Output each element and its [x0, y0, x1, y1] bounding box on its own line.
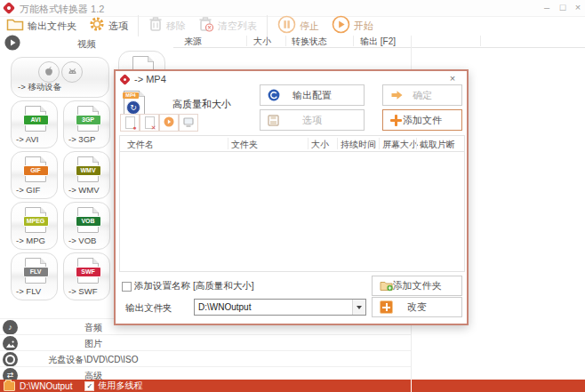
maximize-button[interactable]: □ [557, 2, 569, 13]
column-divider [337, 138, 338, 149]
start-label: 开始 [354, 20, 373, 33]
sidebar-item-label: -> MPG [16, 236, 45, 245]
window-title: 万能格式转换器 1.2 [20, 3, 104, 16]
add-name-label: 添加设置名称 [高质量和大小] [134, 280, 254, 292]
app-icon [3, 2, 15, 14]
clear-list-button[interactable]: 清空列表 [192, 16, 263, 36]
sidebar-item-label: -> WMV [68, 185, 100, 195]
output-folder-label-dialog: 输出文件夹 [125, 302, 172, 315]
col-screen-size[interactable]: 屏幕大小 [382, 139, 418, 151]
folder-plus-icon [380, 280, 394, 292]
screen-mini-button[interactable] [179, 114, 198, 132]
preset-name: 高质量和大小 [153, 98, 251, 111]
col-filename[interactable]: 文件名 [127, 139, 154, 151]
dialog-title: -> MP4 [134, 74, 166, 84]
dialog-close-icon[interactable]: × [446, 72, 459, 84]
doc-remove-icon: ● [125, 116, 135, 129]
remove-label: 移除 [166, 20, 186, 33]
plus-icon [390, 115, 402, 126]
sidebar-item-mobile-devices[interactable]: -> 移动设备 [11, 57, 109, 98]
sidebar-item-label: -> GIF [16, 185, 40, 195]
column-header-size[interactable]: 大小 [253, 36, 271, 48]
sidebar-item-gif[interactable]: GIF -> GIF [11, 151, 58, 199]
sidebar-section-disc[interactable]: 光盘设备\DVD\CD\ISO [0, 350, 411, 367]
output-folder-label: 输出文件夹 [28, 20, 76, 33]
col-duration[interactable]: 持续时间 [341, 139, 376, 151]
format-badge: VOB [76, 216, 101, 227]
output-config-button[interactable]: 输出配置 [260, 84, 365, 106]
chevron-down-icon[interactable] [352, 300, 365, 315]
col-clip[interactable]: 截取片断 [420, 139, 455, 151]
remove-file-mini-button[interactable]: ● [120, 114, 140, 132]
dialog-table-header: 文件名 文件夹 大小 持续时间 屏幕大小 截取片断 [120, 136, 464, 152]
output-folder-value: D:\WNOutput [195, 302, 352, 312]
column-divider [285, 36, 286, 46]
sidebar-section-pictures[interactable]: 图片 [0, 334, 411, 351]
mp4-settings-dialog: -> MP4 × MP4 ↻ 高质量和大小 输出配置 确定 ● ✕ 选项 添 [114, 69, 469, 325]
sidebar-item-avi[interactable]: AVI -> AVI [11, 100, 58, 148]
trash-icon [148, 16, 163, 36]
sidebar-item-mpg[interactable]: MPEG -> MPG [11, 202, 58, 250]
folder-icon [6, 17, 24, 35]
close-button[interactable]: × [572, 2, 584, 13]
sidebar-item-label: -> 移动设备 [18, 82, 61, 93]
col-folder[interactable]: 文件夹 [231, 139, 258, 151]
column-divider [416, 138, 417, 149]
convert-globe-icon: ↻ [126, 100, 140, 115]
section-label: 图片 [0, 338, 187, 350]
sidebar-item-flv[interactable]: FLV -> FLV [11, 252, 58, 300]
pause-icon [277, 15, 296, 37]
options-button-dialog[interactable]: 选项 [260, 109, 365, 131]
output-folder-select[interactable]: D:\WNOutput [194, 299, 366, 316]
file-icon: MPEG [25, 207, 46, 233]
column-header-output[interactable]: 输出 [F2] [360, 36, 396, 48]
config-icon [268, 89, 280, 101]
file-icon: GIF [25, 156, 46, 182]
trash-clear-icon [198, 16, 214, 36]
file-icon: FLV [25, 258, 46, 284]
sidebar-section-advanced[interactable]: ⇄ 高级 [0, 366, 411, 380]
dialog-app-icon [119, 74, 131, 85]
save-icon [268, 115, 279, 126]
options-label: 选项 [108, 20, 128, 33]
output-folder-button[interactable]: 输出文件夹 [0, 16, 83, 36]
format-badge: AVI [23, 115, 49, 125]
format-badge: MP4 [123, 92, 139, 99]
file-list-header: 来源 大小 转换状态 输出 [F2] [173, 36, 585, 48]
column-divider [228, 138, 228, 149]
minimize-button[interactable]: – [541, 2, 553, 13]
sidebar-item-3gp[interactable]: 3GP -> 3GP [63, 100, 110, 148]
video-section-label[interactable]: 视频 [0, 38, 173, 51]
sidebar-item-wmv[interactable]: WMV -> WMV [63, 151, 110, 199]
add-folder-button[interactable]: 添加文件夹 [372, 276, 462, 296]
options-button[interactable]: 选项 [83, 16, 134, 36]
preview-mini-button[interactable] [159, 114, 179, 132]
sidebar-item-label: -> SWF [68, 286, 97, 296]
multithread-label: 使用多线程 [98, 380, 142, 392]
dialog-file-table: 文件名 文件夹 大小 持续时间 屏幕大小 截取片断 [119, 135, 465, 272]
monitor-icon [183, 115, 194, 131]
sidebar-item-label: -> 3GP [68, 134, 95, 144]
start-button[interactable]: 开始 [325, 16, 380, 36]
column-divider [308, 138, 309, 149]
multithread-checkbox[interactable]: ✓ [84, 381, 94, 391]
clear-files-mini-button[interactable]: ✕ [140, 114, 159, 132]
sidebar-item-label: -> FLV [16, 286, 41, 296]
column-header-status[interactable]: 转换状态 [292, 36, 327, 48]
ok-button[interactable]: 确定 [382, 84, 462, 106]
add-name-checkbox[interactable] [122, 282, 132, 292]
sidebar-item-swf[interactable]: SWF -> SWF [63, 252, 110, 300]
stop-button[interactable]: 停止 [271, 16, 325, 36]
column-divider [480, 36, 481, 46]
play-circle-icon [164, 115, 174, 131]
file-icon: VOB [77, 207, 99, 233]
sidebar-item-label: -> AVI [16, 134, 38, 144]
add-file-button[interactable]: 添加文件 [382, 109, 462, 131]
remove-button[interactable]: 移除 [142, 16, 192, 36]
statusbar-divider [411, 380, 412, 392]
change-button[interactable]: 改变 [372, 297, 462, 317]
column-header-source[interactable]: 来源 [184, 36, 202, 48]
sidebar-item-vob[interactable]: VOB -> VOB [63, 202, 110, 250]
format-badge: FLV [23, 267, 49, 277]
col-size[interactable]: 大小 [311, 139, 329, 151]
